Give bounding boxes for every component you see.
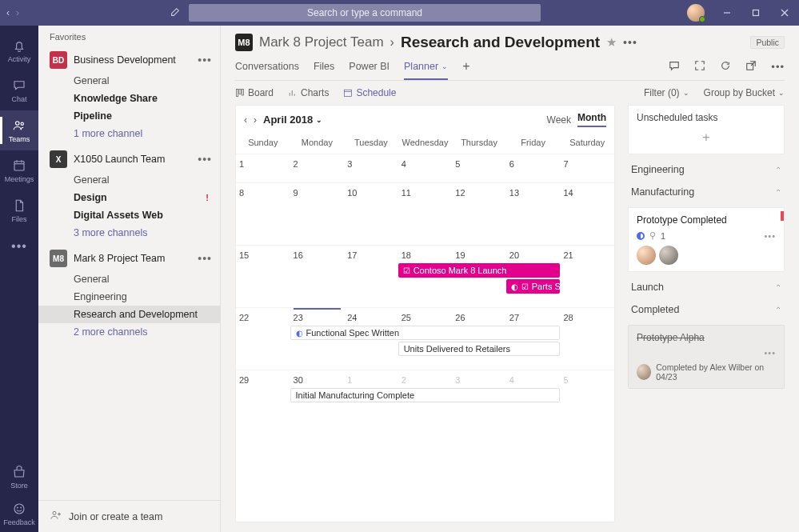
- calendar-day[interactable]: 10: [344, 183, 398, 245]
- tab-planner[interactable]: Planner⌄: [404, 61, 448, 80]
- rail-chat[interactable]: Chat: [0, 70, 38, 110]
- rail-store[interactable]: Store: [0, 458, 38, 495]
- calendar-day[interactable]: 11: [398, 183, 453, 245]
- channel-item[interactable]: Pipeline: [38, 107, 220, 125]
- calendar-day[interactable]: 4: [398, 154, 453, 182]
- checklist-icon: ☑: [403, 266, 410, 275]
- calendar-day[interactable]: 8: [236, 183, 290, 245]
- tab-files[interactable]: Files: [314, 61, 334, 78]
- range-week[interactable]: Week: [547, 114, 571, 126]
- bell-icon: [11, 38, 27, 54]
- calendar-week: 22232425262728◐Functional Spec WrittenUn…: [236, 307, 614, 370]
- user-avatar[interactable]: [687, 4, 705, 22]
- forward-button[interactable]: ›: [16, 7, 19, 18]
- filter-dropdown[interactable]: Filter (0)⌄: [644, 87, 689, 98]
- bucket-engineering[interactable]: Engineering⌃: [628, 162, 785, 177]
- calendar-day[interactable]: 12: [452, 183, 506, 245]
- team-more[interactable]: •••: [198, 153, 212, 166]
- channel-item[interactable]: General: [38, 270, 220, 288]
- task-card-prototype-completed[interactable]: Prototype Completed ⚲ 1 •••: [628, 207, 785, 272]
- calendar-day[interactable]: 17: [344, 246, 398, 307]
- channel-item[interactable]: Design!: [38, 189, 220, 206]
- team-header[interactable]: BD Business Development •••: [38, 48, 220, 72]
- card-more[interactable]: •••: [764, 231, 776, 241]
- prev-month[interactable]: ‹: [244, 114, 247, 126]
- refresh-icon[interactable]: [720, 60, 731, 80]
- compose-icon[interactable]: [170, 6, 181, 20]
- join-create-team[interactable]: Join or create a team: [38, 500, 220, 532]
- back-button[interactable]: ‹: [6, 7, 10, 18]
- calendar-day[interactable]: 9: [290, 183, 345, 245]
- view-charts[interactable]: Charts: [288, 87, 329, 98]
- range-month[interactable]: Month: [577, 112, 606, 127]
- event-units-delivered[interactable]: Units Delivered to Retailers: [398, 342, 561, 356]
- team-more[interactable]: •••: [198, 252, 212, 265]
- view-board[interactable]: Board: [235, 87, 274, 98]
- rail-meetings[interactable]: Meetings: [0, 150, 38, 190]
- channel-item[interactable]: General: [38, 72, 220, 90]
- card-more[interactable]: •••: [764, 348, 776, 358]
- add-task-button[interactable]: +: [637, 128, 776, 147]
- channel-item[interactable]: Research and Development: [38, 306, 220, 323]
- tab-powerbi[interactable]: Power BI: [349, 61, 390, 78]
- team-more[interactable]: •••: [198, 54, 212, 66]
- reply-icon[interactable]: [669, 60, 680, 80]
- progress-icon: ◐: [296, 329, 303, 338]
- view-schedule[interactable]: Schedule: [343, 87, 396, 98]
- rail-teams[interactable]: Teams: [0, 110, 38, 150]
- rail-files[interactable]: Files: [0, 190, 38, 230]
- calendar-day[interactable]: 5: [560, 370, 614, 432]
- next-month[interactable]: ›: [254, 114, 257, 126]
- event-parts[interactable]: ◐☑Parts S…: [506, 279, 561, 294]
- close-button[interactable]: [770, 0, 799, 26]
- rail-more[interactable]: •••: [11, 230, 27, 262]
- calendar-day[interactable]: 28: [560, 308, 614, 370]
- calendar: ‹ › April 2018⌄ Week Month SundayMondayT…: [235, 105, 615, 522]
- expand-icon[interactable]: [694, 60, 705, 80]
- calendar-day[interactable]: 14: [560, 183, 614, 245]
- channel-item[interactable]: Knowledge Share: [38, 90, 220, 107]
- calendar-day[interactable]: 21: [560, 246, 614, 307]
- popout-icon[interactable]: [745, 60, 757, 80]
- event-contoso-launch[interactable]: ☑Contoso Mark 8 Launch: [398, 263, 561, 278]
- calendar-day[interactable]: 13: [506, 183, 561, 245]
- calendar-day[interactable]: 1: [236, 154, 290, 182]
- breadcrumb-team[interactable]: Mark 8 Project Team: [259, 34, 384, 50]
- calendar-day[interactable]: 5: [452, 154, 506, 182]
- search-input[interactable]: [189, 4, 541, 22]
- group-by-dropdown[interactable]: Group by Bucket⌄: [704, 87, 785, 98]
- bucket-launch[interactable]: Launch⌃: [628, 280, 785, 294]
- rail-activity[interactable]: Activity: [0, 30, 38, 70]
- minimize-button[interactable]: [713, 0, 741, 26]
- event-functional-spec[interactable]: ◐Functional Spec Written: [290, 326, 561, 340]
- add-tab-button[interactable]: +: [462, 59, 469, 80]
- team-header[interactable]: X X1050 Launch Team •••: [38, 147, 220, 171]
- calendar-day[interactable]: 15: [236, 246, 290, 307]
- rail-feedback[interactable]: Feedback: [0, 495, 38, 532]
- calendar-day[interactable]: 22: [236, 308, 290, 370]
- channel-item[interactable]: Digital Assets Web: [38, 206, 220, 224]
- favorite-star-icon[interactable]: ★: [606, 35, 617, 50]
- month-label[interactable]: April 2018⌄: [263, 114, 322, 126]
- maximize-button[interactable]: [741, 0, 770, 26]
- calendar-day[interactable]: 7: [560, 154, 614, 182]
- bucket-completed[interactable]: Completed⌃: [628, 302, 785, 317]
- channel-item[interactable]: Engineering: [38, 288, 220, 306]
- channel-item[interactable]: 1 more channel: [38, 125, 220, 142]
- tab-more[interactable]: •••: [771, 61, 785, 79]
- bucket-manufacturing[interactable]: Manufacturing⌃: [628, 185, 785, 199]
- breadcrumb-more[interactable]: •••: [623, 36, 637, 49]
- event-initial-mfg[interactable]: Initial Manufacturing Complete: [290, 388, 561, 402]
- calendar-day[interactable]: 16: [290, 246, 345, 307]
- team-header[interactable]: M8 Mark 8 Project Team •••: [38, 246, 220, 270]
- calendar-day[interactable]: 2: [290, 154, 345, 182]
- calendar-day[interactable]: 6: [506, 154, 561, 182]
- calendar-day[interactable]: 3: [344, 154, 398, 182]
- calendar-day[interactable]: 29: [236, 370, 290, 432]
- channel-item[interactable]: 2 more channels: [38, 323, 220, 341]
- chevron-down-icon: ⌄: [441, 62, 448, 70]
- tab-conversations[interactable]: Conversations: [235, 61, 299, 78]
- channel-item[interactable]: General: [38, 171, 220, 189]
- task-card-prototype-alpha[interactable]: Prototype Alpha ••• Completed by Alex Wi…: [628, 325, 785, 389]
- channel-item[interactable]: 3 more channels: [38, 224, 220, 242]
